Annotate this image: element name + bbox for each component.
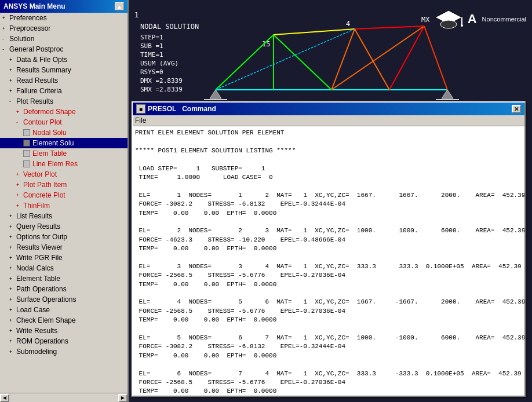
sidebar-item-load-case[interactable]: + Load Case	[0, 305, 127, 315]
sidebar-item-failure-criteria[interactable]: + Failure Criteria	[0, 86, 127, 96]
menu-horizontal-scrollbar[interactable]: ◄ ►	[0, 393, 127, 402]
expand-icon-data-file: +	[9, 57, 15, 63]
presol-title-left: ■ PRESOL Command	[136, 104, 216, 114]
sidebar-item-thinfilm[interactable]: + ThinFilm	[0, 200, 127, 211]
sidebar-item-label-nodal-solu: Nodal Solu	[32, 129, 67, 137]
sidebar-item-results-summary[interactable]: + Results Summary	[0, 65, 127, 75]
sidebar-item-plot-results[interactable]: - Plot Results	[0, 96, 127, 107]
sidebar-item-label-deformed-shape: Deformed Shape	[23, 108, 76, 116]
sidebar-item-check-elem-shape[interactable]: + Check Elem Shape	[0, 315, 127, 326]
sidebar-item-surface-operations[interactable]: + Surface Operations	[0, 294, 127, 305]
expand-icon-options-outp: +	[9, 234, 15, 240]
main-menu-collapse-btn[interactable]: ▲	[115, 2, 124, 10]
sidebar-item-query-results[interactable]: + Query Results	[0, 221, 127, 232]
sidebar-item-general-postproc[interactable]: - General Postproc	[0, 44, 127, 54]
sidebar-item-label-query-results: Query Results	[16, 222, 60, 231]
expand-icon-general-postproc: -	[2, 46, 8, 52]
presol-window-icon: ■	[136, 104, 145, 114]
sidebar-item-path-operations[interactable]: + Path Operations	[0, 284, 127, 294]
presol-command-window: ■ PRESOL Command ✕ File PRINT ELEM ELEME…	[132, 101, 526, 397]
svg-text:SMX =2.8339: SMX =2.8339	[140, 86, 183, 93]
sidebar-item-preferences[interactable]: + Preferences	[0, 13, 127, 23]
expand-icon-vector-plot: +	[16, 171, 22, 177]
sidebar-item-rom-operations[interactable]: + ROM Operations	[0, 336, 127, 346]
sidebar-item-label-results-viewer: Results Viewer	[16, 243, 63, 251]
sidebar-item-write-results[interactable]: + Write Results	[0, 326, 127, 336]
expand-icon-plot-results: -	[9, 98, 15, 104]
sidebar-item-label-write-pgr: Write PGR File	[16, 254, 63, 262]
sidebar-item-deformed-shape[interactable]: + Deformed Shape	[0, 107, 127, 117]
svg-text:STEP=1: STEP=1	[140, 34, 163, 41]
nodal-solu-icon	[23, 129, 30, 136]
sidebar-item-data-file-opts[interactable]: + Data & File Opts	[0, 54, 127, 65]
svg-text:RSYS=0: RSYS=0	[140, 68, 163, 76]
expand-icon-read-results: +	[9, 78, 15, 83]
svg-text:NODAL SOLUTION: NODAL SOLUTION	[140, 23, 199, 31]
expand-icon-write-pgr: +	[9, 255, 15, 261]
sidebar-item-label-plot-path-item: Plot Path Item	[23, 181, 67, 189]
svg-text:DMX =2.8339: DMX =2.8339	[140, 77, 183, 85]
sidebar-item-label-path-ops: Path Operations	[16, 285, 67, 293]
sidebar-item-read-results[interactable]: + Read Results	[0, 75, 127, 86]
presol-title-text: PRESOL Command	[148, 105, 216, 113]
sidebar-item-write-pgr[interactable]: + Write PGR File	[0, 253, 127, 263]
presol-titlebar: ■ PRESOL Command ✕	[133, 103, 524, 115]
presol-output-text: PRINT ELEM ELEMENT SOLUTION PER ELEMENT …	[135, 129, 522, 396]
sidebar-item-label-preferences: Preferences	[9, 14, 47, 22]
sidebar-item-contour-plot[interactable]: - Contour Plot	[0, 117, 127, 127]
elem-table-icon	[23, 150, 30, 157]
expand-icon-plot-path-item: +	[16, 182, 22, 188]
sidebar-item-label-concrete-plot: Concrete Plot	[23, 191, 65, 199]
sidebar-item-solution[interactable]: - Solution	[0, 34, 127, 44]
sidebar-item-vector-plot[interactable]: + Vector Plot	[0, 169, 127, 180]
expand-icon-path-ops: +	[9, 286, 15, 292]
sidebar-item-label-submodeling: Submodeling	[16, 348, 57, 356]
presol-file-menu[interactable]: File	[135, 116, 146, 125]
graduation-cap-icon	[434, 5, 463, 34]
sidebar-item-options-outp[interactable]: + Options for Outp	[0, 232, 127, 242]
presol-menubar: File	[133, 115, 524, 126]
sidebar-item-submodeling[interactable]: + Submodeling	[0, 346, 127, 357]
scroll-right-btn[interactable]: ►	[118, 394, 127, 402]
sidebar-item-nodal-solu[interactable]: Nodal Solu	[0, 127, 127, 138]
expand-icon-failure-criteria: +	[9, 88, 15, 94]
sidebar-item-list-results[interactable]: + List Results	[0, 211, 127, 221]
logo-text: A	[468, 12, 478, 27]
sidebar-item-label-vector-plot: Vector Plot	[23, 170, 57, 178]
sidebar-item-plot-path-item[interactable]: + Plot Path Item	[0, 180, 127, 190]
sidebar-item-label-plot-results: Plot Results	[16, 97, 53, 105]
expand-icon-surface-ops: +	[9, 297, 15, 302]
sidebar-item-preprocessor[interactable]: + Preprocessor	[0, 23, 127, 34]
sidebar-item-label-failure-criteria: Failure Criteria	[16, 87, 62, 95]
sidebar-item-results-viewer[interactable]: + Results Viewer	[0, 242, 127, 253]
svg-point-32	[461, 24, 463, 27]
sidebar-item-label-data-file: Data & File Opts	[16, 56, 67, 64]
expand-icon-write-results: +	[9, 328, 15, 334]
svg-text:SUB =1: SUB =1	[140, 42, 163, 50]
sidebar-item-label-read-results: Read Results	[16, 76, 58, 85]
svg-text:4: 4	[346, 20, 350, 28]
sidebar-item-line-elem-res[interactable]: Line Elem Res	[0, 159, 127, 169]
presol-close-button[interactable]: ✕	[512, 105, 521, 113]
sidebar-item-concrete-plot[interactable]: + Concrete Plot	[0, 190, 127, 200]
svg-text:MX: MX	[421, 16, 430, 24]
menu-scroll-area[interactable]: + Preferences + Preprocessor - Solution …	[0, 13, 127, 393]
noncommercial-label: Noncommercial	[482, 16, 526, 23]
sidebar-item-element-solu[interactable]: Element Solu	[0, 138, 127, 148]
main-menu: ANSYS Main Menu ▲ + Preferences + Prepro…	[0, 0, 129, 402]
expand-icon-contour-plot: -	[16, 119, 22, 125]
sidebar-item-label-options-outp: Options for Outp	[16, 233, 67, 241]
sidebar-item-element-table[interactable]: + Element Table	[0, 273, 127, 284]
svg-text:USUM     (AVG): USUM (AVG)	[140, 60, 178, 67]
expand-icon-query-results: +	[9, 224, 15, 229]
sidebar-item-label-element-table: Element Table	[16, 275, 60, 283]
line-elem-res-icon	[23, 160, 30, 167]
scroll-left-btn[interactable]: ◄	[0, 394, 9, 402]
sidebar-item-nodal-calcs[interactable]: + Nodal Calcs	[0, 263, 127, 273]
sidebar-item-elem-table[interactable]: Elem Table	[0, 148, 127, 159]
sidebar-item-label-contour-plot: Contour Plot	[23, 118, 62, 126]
sidebar-item-label-results-summary: Results Summary	[16, 66, 71, 74]
sidebar-item-label-thinfilm: ThinFilm	[23, 202, 50, 210]
presol-output-area[interactable]: PRINT ELEM ELEMENT SOLUTION PER ELEMENT …	[133, 126, 524, 396]
expand-icon-concrete-plot: +	[16, 192, 22, 198]
